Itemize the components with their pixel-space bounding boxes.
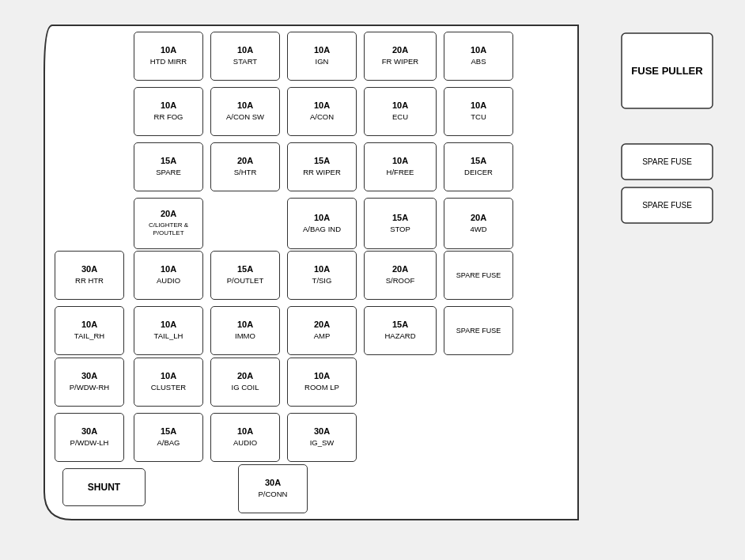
fuse-shtr: 20AS/HTR bbox=[210, 142, 280, 191]
fuse-cluster: 10ACLUSTER bbox=[134, 358, 203, 407]
fuse-start: 10ASTART bbox=[210, 32, 280, 81]
fuse-rr-fog: 10ARR FOG bbox=[134, 87, 203, 136]
fuse-pwdw-lh: 30AP/WDW-LH bbox=[55, 413, 124, 462]
fuse-abag-ind: 10AA/BAG IND bbox=[287, 198, 357, 249]
fuse-4wd: 20A4WD bbox=[444, 198, 513, 249]
fuse-tsig: 10AT/SIG bbox=[287, 251, 357, 300]
spare-fuse-2-label: SPARE FUSE bbox=[622, 187, 713, 223]
fuse-ig-coil: 20AIG COIL bbox=[210, 358, 280, 407]
fuse-ecu: 10AECU bbox=[364, 87, 437, 136]
fuse-room-lp: 10AROOM LP bbox=[287, 358, 357, 407]
fuse-tail-lh: 10ATAIL_LH bbox=[134, 306, 203, 355]
fuse-acon-sw: 10AA/CON SW bbox=[210, 87, 280, 136]
fuse-rr-htr: 30ARR HTR bbox=[55, 251, 124, 300]
fuse-c-lighter: 20AC/LIGHTER &P/OUTLET bbox=[134, 198, 203, 249]
fuse-immo: 10AIMMO bbox=[210, 306, 280, 355]
fuse-acon: 10AA/CON bbox=[287, 87, 357, 136]
fuse-fr-wiper: 20AFR WIPER bbox=[364, 32, 437, 81]
diagram-container: FUSE PULLER SPARE FUSE SPARE FUSE 10AHTD… bbox=[9, 9, 736, 551]
fuse-hazard: 15AHAZARD bbox=[364, 306, 437, 355]
fuse-abag2: 15AA/BAG bbox=[134, 413, 203, 462]
fuse-puller-label: FUSE PULLER bbox=[622, 33, 713, 108]
fuse-rr-wiper: 15ARR WIPER bbox=[287, 142, 357, 191]
fuse-spare-r2: SPARE FUSE bbox=[444, 306, 513, 355]
fuse-spare-r1: SPARE FUSE bbox=[444, 251, 513, 300]
fuse-ig-sw: 30AIG_SW bbox=[287, 413, 357, 462]
fuse-ign: 10AIGN bbox=[287, 32, 357, 81]
fuse-p-conn: 30AP/CONN bbox=[238, 464, 308, 513]
fuse-hfree: 10AH/FREE bbox=[364, 142, 437, 191]
fuse-audio2: 10AAUDIO bbox=[210, 413, 280, 462]
fuse-tcu: 10ATCU bbox=[444, 87, 513, 136]
spare-fuse-1-label: SPARE FUSE bbox=[622, 144, 713, 180]
fuse-pwdw-rh: 30AP/WDW-RH bbox=[55, 358, 124, 407]
fuse-abs: 10AABS bbox=[444, 32, 513, 81]
fuse-deicer: 15ADEICER bbox=[444, 142, 513, 191]
fuse-shunt: SHUNT bbox=[62, 468, 146, 506]
fuse-audio1: 10AAUDIO bbox=[134, 251, 203, 300]
fuse-sroof: 20AS/ROOF bbox=[364, 251, 437, 300]
fuse-amp: 20AAMP bbox=[287, 306, 357, 355]
fuse-tail-rh: 10ATAIL_RH bbox=[55, 306, 124, 355]
fuse-stop: 15ASTOP bbox=[364, 198, 437, 249]
fuse-spare1: 15ASPARE bbox=[134, 142, 203, 191]
fuse-htd-mirr: 10AHTD MIRR bbox=[134, 32, 203, 81]
fuse-p-outlet: 15AP/OUTLET bbox=[210, 251, 280, 300]
